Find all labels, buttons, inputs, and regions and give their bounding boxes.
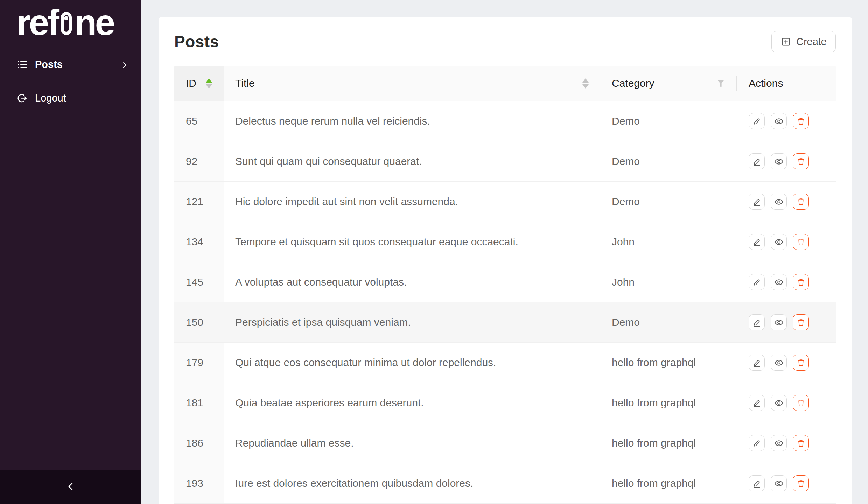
edit-button[interactable] [749, 194, 765, 210]
edit-button[interactable] [749, 355, 765, 371]
edit-pencil-icon [752, 117, 762, 126]
edit-button[interactable] [749, 153, 765, 169]
delete-button[interactable] [793, 314, 809, 330]
show-button[interactable] [771, 113, 787, 129]
show-button[interactable] [771, 435, 787, 451]
table-row[interactable]: 186 Repudiandae ullam esse. hello from g… [174, 423, 836, 463]
sidebar: refne Posts [0, 0, 141, 504]
delete-button[interactable] [793, 234, 809, 250]
trash-icon [796, 117, 806, 126]
table-row[interactable]: 121 Hic dolore impedit aut sint non veli… [174, 182, 836, 222]
cell-category: hello from graphql [600, 383, 737, 423]
page-header: Posts Create [174, 31, 836, 52]
cell-category: hello from graphql [600, 343, 737, 383]
column-header-title[interactable]: Title [224, 66, 600, 101]
filter-icon[interactable] [716, 79, 726, 88]
show-button[interactable] [771, 274, 787, 290]
cell-title: A voluptas aut consequatur voluptas. [224, 262, 600, 302]
sort-icon [582, 78, 589, 89]
column-label: Category [612, 77, 654, 89]
show-button[interactable] [771, 153, 787, 169]
edit-pencil-icon [752, 237, 762, 247]
trash-icon [796, 398, 806, 408]
cell-title: Hic dolore impedit aut sint non velit as… [224, 182, 600, 222]
edit-pencil-icon [752, 358, 762, 368]
sidebar-collapse-trigger[interactable] [0, 470, 141, 504]
cell-id: 181 [174, 383, 224, 423]
cell-id: 121 [174, 182, 224, 222]
eye-icon [774, 398, 784, 408]
delete-button[interactable] [793, 475, 809, 491]
edit-button[interactable] [749, 395, 765, 411]
eye-icon [774, 439, 784, 448]
eye-icon [774, 237, 784, 247]
chevron-right-icon[interactable] [120, 60, 129, 69]
sidebar-item-logout[interactable]: Logout [0, 84, 141, 112]
cell-actions [737, 182, 836, 222]
cell-id: 179 [174, 343, 224, 383]
cell-title: Sunt qui quam qui consequatur quaerat. [224, 141, 600, 181]
delete-button[interactable] [793, 194, 809, 210]
cell-category: Demo [600, 141, 737, 181]
edit-button[interactable] [749, 234, 765, 250]
edit-button[interactable] [749, 274, 765, 290]
table-row[interactable]: 181 Quia beatae asperiores earum deserun… [174, 383, 836, 423]
table-row[interactable]: 193 Iure est dolores exercitationem quib… [174, 463, 836, 504]
trash-icon [796, 157, 806, 166]
sidebar-item-label: Posts [35, 59, 120, 70]
logout-icon [17, 93, 28, 104]
table-row[interactable]: 145 A voluptas aut consequatur voluptas.… [174, 262, 836, 302]
cell-actions [737, 222, 836, 262]
column-header-id[interactable]: ID [174, 66, 224, 101]
sidebar-item-posts[interactable]: Posts [0, 50, 141, 78]
cell-category: John [600, 262, 737, 302]
column-label: ID [186, 77, 196, 89]
eye-icon [774, 197, 784, 206]
edit-pencil-icon [752, 479, 762, 488]
delete-button[interactable] [793, 274, 809, 290]
edit-button[interactable] [749, 475, 765, 491]
cell-id: 134 [174, 222, 224, 262]
trash-icon [796, 197, 806, 206]
table-row[interactable]: 179 Qui atque eos consequatur minima ut … [174, 343, 836, 383]
trash-icon [796, 358, 806, 368]
cell-actions [737, 141, 836, 181]
table-row[interactable]: 150 Perspiciatis et ipsa quisquam veniam… [174, 302, 836, 343]
eye-icon [774, 157, 784, 166]
delete-button[interactable] [793, 435, 809, 451]
show-button[interactable] [771, 395, 787, 411]
show-button[interactable] [771, 355, 787, 371]
eye-icon [774, 318, 784, 327]
show-button[interactable] [771, 194, 787, 210]
sidebar-menu: Posts Logout [0, 50, 141, 112]
column-header-actions: Actions [737, 66, 836, 101]
edit-button[interactable] [749, 314, 765, 330]
trash-icon [796, 439, 806, 448]
delete-button[interactable] [793, 113, 809, 129]
cell-actions [737, 423, 836, 463]
cell-title: Tempore et quisquam sit quos consequatur… [224, 222, 600, 262]
table-row[interactable]: 134 Tempore et quisquam sit quos consequ… [174, 222, 836, 262]
table-row[interactable]: 65 Delectus neque rerum nulla vel reicie… [174, 101, 836, 141]
show-button[interactable] [771, 234, 787, 250]
cell-actions [737, 343, 836, 383]
trash-icon [796, 318, 806, 327]
delete-button[interactable] [793, 395, 809, 411]
show-button[interactable] [771, 475, 787, 491]
edit-pencil-icon [752, 157, 762, 166]
page-title: Posts [174, 32, 219, 51]
logo-text-right: ne [75, 4, 113, 41]
edit-button[interactable] [749, 113, 765, 129]
show-button[interactable] [771, 314, 787, 330]
delete-button[interactable] [793, 153, 809, 169]
delete-button[interactable] [793, 355, 809, 371]
logo-i-pill [61, 12, 72, 35]
edit-button[interactable] [749, 435, 765, 451]
create-button-label: Create [796, 36, 827, 48]
cell-actions [737, 302, 836, 342]
trash-icon [796, 479, 806, 488]
table-row[interactable]: 92 Sunt qui quam qui consequatur quaerat… [174, 141, 836, 182]
create-button[interactable]: Create [771, 31, 836, 52]
cell-id: 150 [174, 302, 224, 342]
cell-category: hello from graphql [600, 423, 737, 463]
